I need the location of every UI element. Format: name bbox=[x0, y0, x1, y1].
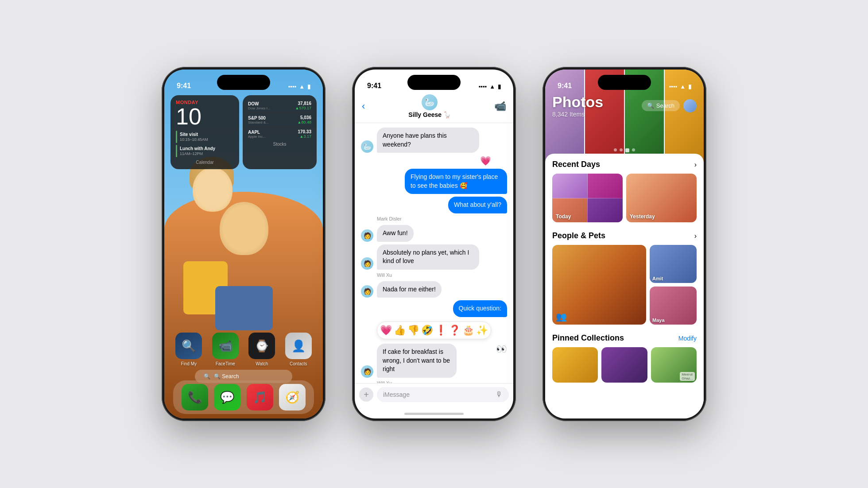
mother-head bbox=[220, 202, 268, 255]
message-input[interactable]: iMessage 🎙 bbox=[377, 387, 509, 402]
app-watch[interactable]: ⌚ Watch bbox=[248, 333, 275, 366]
app-grid: 🔍 Find My 📹 FaceTime ⌚ Wa bbox=[170, 333, 317, 370]
recent-days-header: Recent Days › bbox=[552, 160, 697, 169]
tapback-question[interactable]: ❓ bbox=[449, 325, 461, 336]
msg-bubble-2: Flying down to my sister's place to see … bbox=[405, 169, 507, 194]
photos-content[interactable]: Recent Days › Today bbox=[545, 154, 704, 418]
people-main-card[interactable]: 👥 bbox=[552, 245, 646, 325]
dock-compass[interactable]: 🧭 bbox=[279, 384, 306, 411]
yesterday-label: Yesterday bbox=[630, 213, 655, 220]
recent-days-chevron[interactable]: › bbox=[694, 161, 697, 169]
stock-dow: DOW Dow Jones I... 37,816 ▲570.17 bbox=[248, 100, 311, 112]
photos-search-icon: 🔍 bbox=[647, 102, 654, 109]
stock-div-2 bbox=[248, 127, 311, 127]
dot-1[interactable] bbox=[614, 148, 617, 151]
app-contacts[interactable]: 👤 Contacts bbox=[285, 333, 312, 366]
day-card-yesterday[interactable]: Yesterday bbox=[626, 174, 697, 222]
amit-card[interactable]: Amit bbox=[650, 245, 697, 283]
stock-sp-right: 5,036 ▲80.48 bbox=[298, 115, 311, 124]
watch-icon[interactable]: ⌚ bbox=[248, 333, 275, 359]
stocks-label: Stocks bbox=[248, 142, 311, 147]
stock-aapl-name: AAPL bbox=[248, 130, 266, 135]
pin-card-1[interactable] bbox=[552, 347, 598, 383]
stock-aapl-price: 170.33 bbox=[298, 129, 311, 134]
msg-1: 🦢 Anyone have plans this weekend? bbox=[361, 128, 507, 153]
today-cell-2 bbox=[588, 174, 623, 198]
dot-4[interactable] bbox=[632, 148, 635, 151]
dock-music[interactable]: 🎵 bbox=[247, 384, 273, 411]
calendar-widget[interactable]: MONDAY 10 Site visit 10:15–10:45AM bbox=[170, 95, 239, 169]
pin-card-3[interactable]: MeerutGhaz... bbox=[651, 347, 697, 383]
photos-search-button[interactable]: 🔍 Search bbox=[642, 100, 680, 111]
people-pets-title: People & Pets bbox=[552, 231, 605, 240]
dock-messages[interactable]: 💬 bbox=[214, 384, 240, 411]
cal-event-1: Site visit 10:15–10:45AM bbox=[176, 131, 234, 143]
video-call-button[interactable]: 📹 bbox=[494, 101, 506, 112]
tapback-heart[interactable]: 💗 bbox=[380, 325, 392, 336]
people-pets-grid: 👥 Amit Maya bbox=[552, 245, 697, 325]
photos-user-avatar[interactable] bbox=[683, 99, 697, 112]
dot-2[interactable] bbox=[620, 148, 623, 151]
heart-reaction: 💗 bbox=[361, 155, 491, 166]
people-pets-chevron[interactable]: › bbox=[694, 232, 697, 240]
app-findmy[interactable]: 🔍 Find My bbox=[175, 333, 202, 366]
photos-dynamic-island bbox=[598, 75, 651, 90]
add-attachments-button[interactable]: + bbox=[359, 387, 373, 402]
tapback-sparkle[interactable]: ✨ bbox=[476, 325, 488, 336]
day-card-today[interactable]: Today bbox=[552, 174, 623, 222]
modify-button[interactable]: Modify bbox=[678, 335, 697, 342]
stock-aapl-change: ▲3.17 bbox=[298, 134, 311, 139]
back-button[interactable]: ‹ bbox=[362, 101, 365, 112]
event-time-2: 11AM–12PM bbox=[180, 151, 215, 157]
findmy-emoji: 🔍 bbox=[182, 339, 196, 353]
phone-app-icon[interactable]: 📞 bbox=[182, 384, 208, 411]
compass-app-icon[interactable]: 🧭 bbox=[279, 384, 306, 411]
photos-screen: 9:41 ▪▪▪▪ ▲ ▮ Photos 8,342 Items 🔍 bbox=[545, 70, 704, 418]
dot-3-grid[interactable] bbox=[625, 148, 629, 152]
messages-app-icon[interactable]: 💬 bbox=[214, 384, 240, 411]
tapback-haha[interactable]: 🤣 bbox=[421, 325, 433, 336]
sender-mark: Mark Disler bbox=[377, 216, 507, 221]
contact-name: Silly Geese 🪿 bbox=[408, 111, 451, 118]
photos-search-label: Search bbox=[656, 102, 674, 109]
mic-icon[interactable]: 🎙 bbox=[496, 391, 503, 399]
msg-5: 🧑 Absolutely no plans yet, which I kind … bbox=[361, 244, 507, 270]
photos-battery-icon: ▮ bbox=[688, 83, 691, 90]
maya-card[interactable]: Maya bbox=[650, 287, 697, 325]
msg-bubble-1: Anyone have plans this weekend? bbox=[377, 128, 479, 153]
dock: 📞 💬 🎵 🧭 bbox=[173, 380, 314, 414]
status-time: 9:41 bbox=[177, 82, 191, 90]
pinned-collections-title: Pinned Collections bbox=[552, 333, 624, 343]
tapback-panel[interactable]: 💗 👍 👎 🤣 ❗ ❓ 🎂 ✨ bbox=[377, 321, 491, 339]
stock-sp-full: Standard &... bbox=[248, 120, 269, 124]
tapback-cake[interactable]: 🎂 bbox=[462, 325, 474, 336]
stocks-widget[interactable]: DOW Dow Jones I... 37,816 ▲570.17 S&P 50… bbox=[243, 95, 317, 169]
messages-body[interactable]: 🦢 Anyone have plans this weekend? 💗 Flyi… bbox=[355, 123, 513, 383]
tapback-exclaim[interactable]: ❗ bbox=[435, 325, 447, 336]
amit-name: Amit bbox=[652, 276, 663, 281]
child-head bbox=[193, 167, 232, 212]
event-text-1: Site visit 10:15–10:45AM bbox=[180, 132, 208, 143]
tapback-thumbup[interactable]: 👍 bbox=[394, 325, 406, 336]
dock-phone[interactable]: 📞 bbox=[182, 384, 208, 411]
photos-screen-container: 9:41 ▪▪▪▪ ▲ ▮ Photos 8,342 Items 🔍 bbox=[545, 70, 704, 418]
contacts-label: Contacts bbox=[290, 361, 307, 366]
messages-input-area: + iMessage 🎙 bbox=[355, 383, 513, 413]
music-emoji: 🎵 bbox=[253, 391, 267, 404]
event-title-1: Site visit bbox=[180, 132, 208, 137]
pinned-collections-grid: MeerutGhaz... bbox=[552, 347, 697, 383]
music-app-icon[interactable]: 🎵 bbox=[247, 384, 273, 411]
contact-info[interactable]: 🦢 Silly Geese 🪿 bbox=[408, 94, 451, 118]
phone-emoji: 📞 bbox=[188, 391, 202, 404]
tapback-thumbdown[interactable]: 👎 bbox=[407, 325, 419, 336]
contacts-icon[interactable]: 👤 bbox=[285, 333, 312, 359]
msg-8: 🧑 If cake for breakfast is wrong, I don'… bbox=[361, 344, 507, 378]
battery-icon: ▮ bbox=[307, 83, 310, 90]
phone-photos: 9:41 ▪▪▪▪ ▲ ▮ Photos 8,342 Items 🔍 bbox=[542, 67, 706, 421]
pin-card-2[interactable] bbox=[601, 347, 647, 383]
photos-signal-icon: ▪▪▪▪ bbox=[669, 83, 677, 90]
compass-emoji: 🧭 bbox=[285, 391, 299, 404]
findmy-icon[interactable]: 🔍 bbox=[175, 333, 202, 359]
app-facetime[interactable]: 📹 FaceTime bbox=[212, 333, 239, 366]
facetime-icon[interactable]: 📹 bbox=[212, 333, 239, 359]
